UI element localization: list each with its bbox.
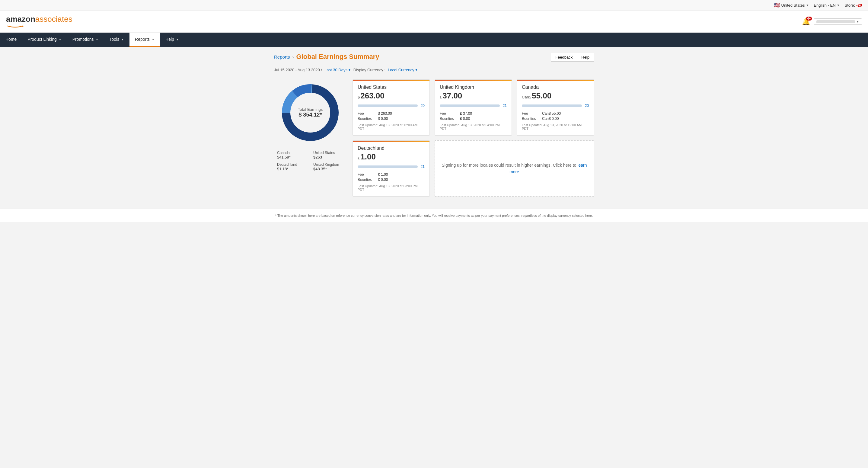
legend-item-uk: United Kingdom $48.35* bbox=[313, 163, 343, 171]
reports-chevron-icon: ▼ bbox=[152, 38, 155, 41]
donut-chart: Total Earnings $ 354.12* bbox=[277, 80, 343, 146]
language-selector[interactable]: English - EN ▼ bbox=[814, 3, 840, 7]
country-label: United States bbox=[781, 3, 805, 7]
legend-canada-val: $41.59* bbox=[277, 155, 307, 159]
card-de-country: Deutschland bbox=[358, 146, 425, 151]
nav-item-home[interactable]: Home bbox=[0, 33, 22, 47]
country-card-us: United States $ 263.00 -20 Fee $ 263.00 … bbox=[352, 80, 430, 136]
card-ca-amount: 55.00 bbox=[532, 91, 551, 100]
card-uk-fee-label: Fee bbox=[440, 111, 456, 116]
account-bar bbox=[816, 20, 855, 23]
tools-chevron-icon: ▼ bbox=[121, 38, 124, 41]
card-us-bounties-label: Bounties bbox=[358, 117, 374, 121]
card-ca-fee-row: Fee Can$ 55.00 bbox=[522, 111, 589, 116]
nav-promotions-label: Promotions bbox=[72, 37, 94, 42]
card-uk-fee-val: £ 37.00 bbox=[460, 111, 472, 116]
logo-associates: associates bbox=[35, 14, 72, 24]
nav-item-tools[interactable]: Tools ▼ bbox=[104, 33, 130, 47]
card-us-bar-row: -20 bbox=[358, 104, 425, 108]
signup-locales-card: Signing up for more locales could result… bbox=[435, 140, 594, 197]
card-de-bar-value: -21 bbox=[420, 165, 425, 169]
card-ca-fee-val: Can$ 55.00 bbox=[542, 111, 561, 116]
card-uk-bar-value: -21 bbox=[502, 104, 507, 108]
currency-chevron-icon: ▼ bbox=[415, 68, 418, 71]
card-ca-amount-row: Can$ 55.00 bbox=[522, 91, 589, 100]
date-row: Jul 15 2020 - Aug 13 2020 / Last 30 Days… bbox=[274, 68, 594, 72]
feedback-help-row: Feedback Help bbox=[551, 53, 594, 62]
feedback-button[interactable]: Feedback bbox=[551, 53, 577, 62]
card-uk-amount-row: £ 37.00 bbox=[440, 91, 507, 100]
date-range-dropdown[interactable]: Last 30 Days ▼ bbox=[324, 68, 351, 72]
legend-item-us: United States $263 bbox=[313, 151, 343, 159]
nav-tools-label: Tools bbox=[110, 37, 120, 42]
signup-text: Signing up for more locales could result… bbox=[441, 162, 588, 175]
site-header: amazonassociates 🔔 4+ ▼ bbox=[0, 11, 868, 33]
logo-smile-icon bbox=[6, 25, 24, 28]
card-de-fee-row: Fee € 1.00 bbox=[358, 172, 425, 177]
card-de-updated: Last Updated: Aug 13, 2020 at 03:00 PM P… bbox=[358, 184, 425, 192]
help-chevron-icon: ▼ bbox=[176, 38, 179, 41]
nav-home-label: Home bbox=[5, 37, 17, 42]
breadcrumb-reports-link[interactable]: Reports bbox=[274, 54, 290, 59]
card-uk-bar-row: -21 bbox=[440, 104, 507, 108]
legend-us-name: United States bbox=[313, 151, 343, 155]
legend-canada-name: Canada bbox=[277, 151, 307, 155]
nav-item-promotions[interactable]: Promotions ▼ bbox=[67, 33, 104, 47]
nav-item-help[interactable]: Help ▼ bbox=[160, 33, 184, 47]
card-us-amount: 263.00 bbox=[360, 91, 384, 100]
card-ca-updated: Last Updated: Aug 13, 2020 at 12:00 AM P… bbox=[522, 123, 589, 130]
card-ca-currency: Can$ bbox=[522, 95, 531, 99]
notification-bell[interactable]: 🔔 4+ bbox=[802, 18, 810, 26]
store-value: -20 bbox=[856, 3, 862, 7]
card-ca-bar-row: -20 bbox=[522, 104, 589, 108]
nav-item-reports[interactable]: Reports ▼ bbox=[129, 33, 160, 47]
nav-product-linking-label: Product Linking bbox=[28, 37, 57, 42]
card-de-currency: € bbox=[358, 156, 360, 160]
donut-amount: $ 354.12* bbox=[298, 112, 322, 118]
account-dropdown[interactable]: ▼ bbox=[814, 19, 862, 25]
country-card-ca: Canada Can$ 55.00 -20 Fee Can$ 55.00 Bou… bbox=[517, 80, 594, 136]
card-uk-country: United Kingdom bbox=[440, 85, 507, 90]
top-bar: 🇺🇸 United States ▼ English - EN ▼ Store:… bbox=[0, 0, 868, 11]
card-de-fee-label: Fee bbox=[358, 172, 374, 177]
card-us-fee-label: Fee bbox=[358, 111, 374, 116]
card-de-bounties-label: Bounties bbox=[358, 178, 374, 182]
header-right: 🔔 4+ ▼ bbox=[802, 18, 862, 26]
footer-note: * The amounts shown here are based on re… bbox=[0, 209, 868, 222]
page-title: Global Earnings Summary bbox=[297, 53, 379, 61]
card-us-bar bbox=[358, 105, 418, 107]
card-uk-bounties-label: Bounties bbox=[440, 117, 456, 121]
currency-dropdown[interactable]: Local Currency ▼ bbox=[388, 68, 418, 72]
card-uk-details: Fee £ 37.00 Bounties £ 0.00 bbox=[440, 111, 507, 121]
us-flag-icon: 🇺🇸 bbox=[774, 2, 780, 8]
logo[interactable]: amazonassociates bbox=[6, 14, 72, 29]
legend-item-de: Deutschland $1.18* bbox=[277, 163, 307, 171]
help-button[interactable]: Help bbox=[577, 53, 594, 62]
country-selector[interactable]: 🇺🇸 United States ▼ bbox=[774, 2, 809, 8]
bell-badge: 4+ bbox=[806, 17, 812, 21]
donut-center: Total Earnings $ 354.12* bbox=[298, 107, 322, 118]
card-us-updated: Last Updated: Aug 13, 2020 at 12:00 AM P… bbox=[358, 123, 425, 130]
donut-legend: Canada $41.59* United States $263 Deutsc… bbox=[274, 151, 346, 171]
main-content: Reports › Global Earnings Summary Feedba… bbox=[268, 47, 600, 203]
card-de-details: Fee € 1.00 Bounties € 0.00 bbox=[358, 172, 425, 182]
date-range-chevron-icon: ▼ bbox=[348, 68, 351, 71]
card-uk-updated: Last Updated: Aug 13, 2020 at 04:00 PM P… bbox=[440, 123, 507, 130]
card-uk-bar bbox=[440, 105, 500, 107]
card-area: Total Earnings $ 354.12* Canada $41.59* … bbox=[274, 80, 594, 197]
card-ca-bar-value: -20 bbox=[584, 104, 589, 108]
breadcrumb-row: Reports › Global Earnings Summary bbox=[274, 53, 379, 61]
nav-item-product-linking[interactable]: Product Linking ▼ bbox=[22, 33, 67, 47]
country-chevron-icon: ▼ bbox=[806, 4, 809, 7]
date-range-link-label: Last 30 Days bbox=[324, 68, 347, 72]
signup-static-text: Signing up for more locales could result… bbox=[442, 163, 577, 168]
legend-de-val: $1.18* bbox=[277, 167, 307, 171]
display-currency-label: Display Currency : bbox=[353, 68, 385, 72]
card-us-bounties-row: Bounties $ 0.00 bbox=[358, 117, 425, 121]
main-nav: Home Product Linking ▼ Promotions ▼ Tool… bbox=[0, 33, 868, 47]
country-cards-grid: United States $ 263.00 -20 Fee $ 263.00 … bbox=[352, 80, 594, 197]
language-label: English - EN bbox=[814, 3, 835, 7]
card-uk-currency: £ bbox=[440, 95, 442, 99]
card-de-amount: 1.00 bbox=[360, 152, 376, 162]
footer-note-text: * The amounts shown here are based on re… bbox=[275, 214, 593, 217]
